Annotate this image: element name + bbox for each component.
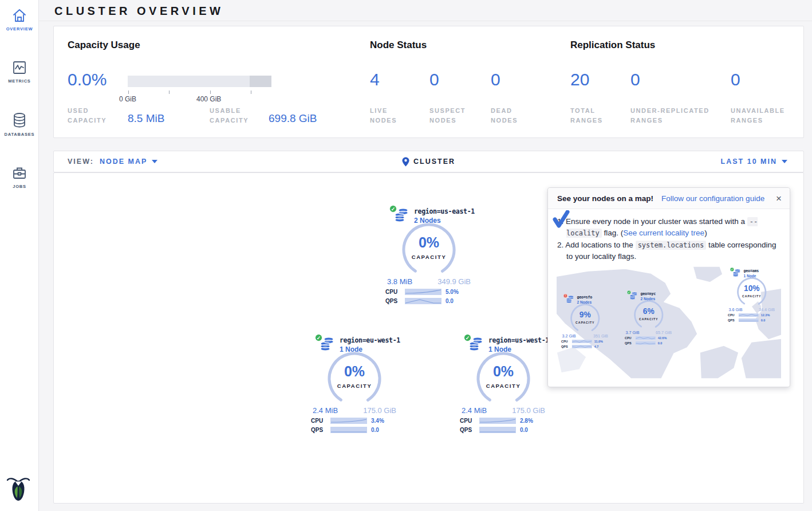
view-label: VIEW:	[68, 158, 94, 166]
breadcrumb: CLUSTER	[54, 157, 803, 167]
region-card-us-east-1: ✓ region=us-east-1 2 Nodes 0% CAPACITY	[380, 207, 478, 304]
qps-label: QPS	[728, 319, 736, 322]
used-capacity-label: USED CAPACITY	[68, 106, 116, 125]
cpu-label: CPU	[311, 418, 326, 424]
usable-capacity-label: USABLE CAPACITY	[210, 106, 263, 125]
gauge-percent: 9%	[568, 310, 603, 319]
view-selector-value: NODE MAP	[100, 158, 147, 166]
cpu-label: CPU	[728, 313, 736, 317]
qps-sparkline	[572, 345, 592, 348]
page-title: CLUSTER OVERVIEW	[54, 5, 223, 17]
region-used-capacity: 3.6 GiB	[729, 307, 743, 312]
region-label: region=eu-west-1	[340, 336, 400, 344]
cpu-value: 3.4%	[371, 418, 384, 424]
sidebar-item-databases[interactable]: DATABASES	[0, 104, 39, 143]
sidebar-item-overview[interactable]: OVERVIEW	[0, 0, 39, 37]
region-used-capacity: 2.4 MiB	[313, 406, 338, 415]
capacity-usage-title: Capacity Usage	[68, 40, 140, 51]
caret-down-icon	[782, 160, 787, 163]
briefcase-icon	[12, 166, 27, 180]
page-header: CLUSTER OVERVIEW	[39, 0, 812, 21]
region-label: geo=ams	[743, 269, 759, 273]
unavailable-label: UNAVAILABLE RANGES	[731, 106, 798, 125]
healthy-check-icon: ✓	[464, 334, 471, 341]
dead-nodes-label: DEAD NODES	[491, 106, 526, 125]
qps-value: 0.0	[446, 298, 454, 304]
gauge-capacity-label: CAPACITY	[632, 317, 667, 321]
gauge-percent: 0%	[472, 363, 535, 380]
qps-label: QPS	[561, 345, 570, 348]
gauge-capacity-label: CAPACITY	[735, 294, 770, 298]
region-used-capacity: 2.4 MiB	[462, 406, 487, 415]
gauge-capacity-label: CAPACITY	[568, 321, 603, 324]
example-card-geo-ams: ✓ geo=ams 1 Node	[725, 269, 779, 322]
unavailable-value: 0	[731, 70, 740, 89]
live-nodes-label: LIVE NODES	[370, 106, 405, 125]
total-ranges-value: 20	[570, 70, 589, 89]
capacity-percent: 0.0%	[68, 70, 107, 89]
gauge-percent: 0%	[323, 363, 386, 380]
popup-title: See your nodes on a map!	[557, 194, 653, 203]
total-ranges-label: TOTAL RANGES	[570, 106, 610, 125]
region-card-us-west-1: ✓ region=us-west-1 1 Node 0% CAPACITY 2	[455, 336, 552, 433]
node-status-title: Node Status	[370, 40, 427, 51]
big-check-icon	[553, 210, 570, 229]
capacity-gauge: 10% CAPACITY	[735, 276, 770, 306]
node-map-panel: ✓ region=us-east-1 2 Nodes 0% CAPACITY	[53, 172, 804, 504]
capacity-gauge: 9% CAPACITY	[568, 302, 603, 333]
example-node-map: ! geo=sfo 2 Nodes	[557, 266, 781, 379]
cpu-value: 5.0%	[446, 289, 459, 295]
close-icon[interactable]: ×	[776, 195, 782, 203]
cpu-sparkline	[636, 336, 656, 340]
under-replicated-label: UNDER-REPLICATED RANGES	[630, 106, 727, 125]
example-card-geo-nyc: ✓ geo=nyc 2 Nodes	[622, 292, 676, 345]
metrics-icon	[12, 60, 27, 75]
cpu-sparkline	[572, 340, 592, 343]
region-total-capacity: 175.0 GiB	[363, 406, 396, 415]
cluster-summary-panel: Capacity Usage 0.0% 0 GiB 400 GiB USED C…	[53, 26, 804, 138]
region-total-capacity: 349.9 GiB	[437, 277, 471, 286]
dead-nodes-value: 0	[491, 70, 500, 89]
cpu-value: 2.8%	[520, 418, 533, 424]
sidebar-item-jobs[interactable]: JOBS	[0, 158, 39, 195]
replication-status-title: Replication Status	[570, 40, 655, 51]
time-range-selector[interactable]: LAST 10 MIN	[721, 158, 803, 166]
region-used-capacity: 3.7 GiB	[626, 330, 640, 335]
cpu-sparkline	[405, 289, 442, 295]
suspect-nodes-value: 0	[429, 70, 439, 89]
qps-sparkline	[479, 427, 516, 433]
sidebar-item-label: JOBS	[0, 184, 39, 189]
region-used-capacity: 3.2 GiB	[562, 333, 576, 338]
sidebar-item-label: OVERVIEW	[0, 26, 39, 32]
usable-capacity-value: 699.8 GiB	[269, 112, 317, 125]
qps-value: 0.0	[658, 341, 663, 345]
system-locations-code: system.locations	[636, 241, 707, 250]
region-label: region=us-east-1	[414, 207, 475, 215]
cpu-label: CPU	[460, 418, 475, 424]
qps-sparkline	[330, 427, 367, 433]
qps-sparkline	[636, 341, 656, 345]
region-total-capacity: 175.0 GiB	[512, 406, 545, 415]
gauge-capacity-label: CAPACITY	[397, 254, 460, 260]
cpu-label: CPU	[385, 289, 401, 295]
setup-step-2: 2. Add locations to the system.locations…	[557, 239, 781, 262]
qps-label: QPS	[311, 427, 326, 433]
capacity-gauge: 6% CAPACITY	[632, 299, 667, 329]
capacity-gauge: 0% CAPACITY	[397, 221, 460, 276]
region-total-capacity: 65.7 GiB	[656, 330, 672, 335]
cpu-value: 11.0%	[594, 340, 603, 343]
qps-label: QPS	[625, 341, 633, 345]
configuration-guide-link[interactable]: Follow our configuration guide	[661, 194, 764, 203]
example-card-geo-sfo: ! geo=sfo 2 Nodes	[558, 295, 612, 348]
qps-value: 0.0	[761, 319, 766, 322]
locality-tree-link[interactable]: See current locality tree	[623, 229, 704, 237]
view-selector[interactable]: NODE MAP	[100, 158, 157, 166]
sidebar-item-metrics[interactable]: METRICS	[0, 52, 39, 89]
region-total-capacity: 34.4 GiB	[759, 307, 775, 312]
cpu-value: 12.3%	[761, 313, 770, 317]
node-map-setup-popup: See your nodes on a map! Follow our conf…	[547, 187, 790, 387]
region-card-eu-west-1: ✓ region=eu-west-1 1 Node 0% CAPACITY 2	[306, 336, 403, 433]
sidebar-item-label: METRICS	[0, 78, 39, 84]
cpu-sparkline	[739, 313, 759, 317]
breadcrumb-cluster: CLUSTER	[413, 158, 455, 166]
